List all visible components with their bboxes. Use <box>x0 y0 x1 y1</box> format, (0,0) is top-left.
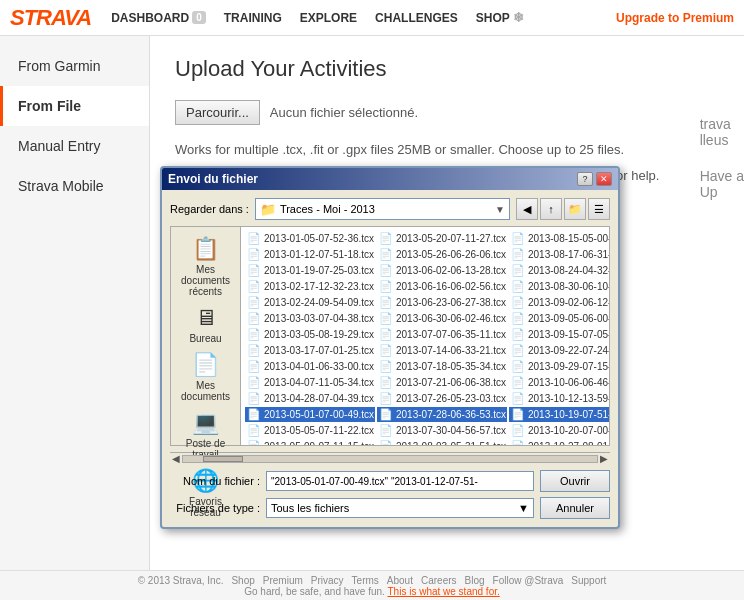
file-entry[interactable]: 📄2013-08-03-05-31-51.tcx <box>377 439 507 445</box>
file-entry[interactable]: 📄2013-05-05-07-11-22.tcx <box>245 423 375 438</box>
file-entry[interactable]: 📄2013-05-26-06-26-06.tcx <box>377 247 507 262</box>
open-button[interactable]: Ouvrir <box>540 470 610 492</box>
file-entry[interactable]: 📄2013-03-17-07-01-25.tcx <box>245 343 375 358</box>
file-entry[interactable]: 📄2013-06-02-06-13-28.tcx <box>377 263 507 278</box>
file-entry[interactable]: 📄2013-09-02-06-12-19.tcx <box>509 295 609 310</box>
file-entry[interactable]: 📄2013-03-05-08-19-29.tcx <box>245 327 375 342</box>
file-entry[interactable]: 📄2013-10-27-08-01-47.tcx <box>509 439 609 445</box>
dialog-help-button[interactable]: ? <box>577 172 593 186</box>
file-entry[interactable]: 📄2013-07-18-05-35-34.tcx <box>377 359 507 374</box>
file-entry[interactable]: 📄2013-04-28-07-04-39.tcx <box>245 391 375 406</box>
file-entry[interactable]: 📄2013-09-29-07-15-01.tcx <box>509 359 609 374</box>
file-entry[interactable]: 📄2013-07-07-06-35-11.tcx <box>377 327 507 342</box>
sidebar-item-strava-mobile[interactable]: Strava Mobile <box>0 166 149 206</box>
file-entry[interactable]: 📄2013-10-20-07-00-27.tcx <box>509 423 609 438</box>
file-entry[interactable]: 📄2013-03-03-07-04-38.tcx <box>245 311 375 326</box>
desktop-item[interactable]: 🖥 Bureau <box>176 302 236 347</box>
filename-input[interactable]: "2013-05-01-07-00-49.tcx" "2013-01-12-07… <box>266 471 534 491</box>
file-icon: 📄 <box>511 344 525 357</box>
file-entry[interactable]: 📄2013-07-14-06-33-21.tcx <box>377 343 507 358</box>
file-entry[interactable]: 📄2013-01-19-07-25-03.tcx <box>245 263 375 278</box>
file-entry[interactable]: 📄2013-07-21-06-06-38.tcx <box>377 375 507 390</box>
file-icon: 📄 <box>379 344 393 357</box>
file-col-1: 📄2013-01-05-07-52-36.tcx📄2013-01-12-07-5… <box>245 231 375 441</box>
sidebar-item-manual-entry[interactable]: Manual Entry <box>0 126 149 166</box>
top-navigation: STRAVA DASHBOARD 0 TRAINING EXPLORE CHAL… <box>0 0 744 36</box>
nav-dashboard[interactable]: DASHBOARD 0 <box>111 11 206 25</box>
footer-link[interactable]: Privacy <box>311 575 344 586</box>
file-entry[interactable]: 📄2013-10-12-13-59-07.tcx <box>509 391 609 406</box>
cancel-button[interactable]: Annuler <box>540 497 610 519</box>
footer-tagline: Go hard, be safe, and have fun. This is … <box>244 586 500 597</box>
nav-up-button[interactable]: ↑ <box>540 198 562 220</box>
recent-docs-icon: 📋 <box>192 236 219 262</box>
file-entry[interactable]: 📄2013-07-26-05-23-03.tcx <box>377 391 507 406</box>
file-entry[interactable]: 📄2013-06-23-06-27-38.tcx <box>377 295 507 310</box>
footer-link[interactable]: Shop <box>231 575 254 586</box>
view-button[interactable]: ☰ <box>588 198 610 220</box>
browse-button[interactable]: Parcourir... <box>175 100 260 125</box>
nav-back-button[interactable]: ◀ <box>516 198 538 220</box>
nav-training[interactable]: TRAINING <box>224 11 282 25</box>
footer-link[interactable]: Follow @Strava <box>493 575 564 586</box>
file-entry[interactable]: 📄2013-04-07-11-05-34.tcx <box>245 375 375 390</box>
file-entry[interactable]: 📄2013-08-17-06-31-27.tcx <box>509 247 609 262</box>
dialog-toolbar-buttons: ◀ ↑ 📁 ☰ <box>516 198 610 220</box>
my-docs-item[interactable]: 📄 Mes documents <box>176 349 236 405</box>
file-entry[interactable]: 📄2013-02-24-09-54-09.tcx <box>245 295 375 310</box>
new-folder-button[interactable]: 📁 <box>564 198 586 220</box>
sidebar-item-from-file[interactable]: From File <box>0 86 149 126</box>
file-entry[interactable]: 📄2013-07-28-06-36-53.tcx <box>377 407 507 422</box>
sidebar-item-from-garmin[interactable]: From Garmin <box>0 46 149 86</box>
filetype-row: Fichiers de type : Tous les fichiers ▼ A… <box>170 497 610 519</box>
footer-link[interactable]: Premium <box>263 575 303 586</box>
footer-link[interactable]: Support <box>571 575 606 586</box>
file-entry[interactable]: 📄2013-08-24-04-32-53.tcx <box>509 263 609 278</box>
page-title: Upload Your Activities <box>175 56 719 82</box>
file-entry[interactable]: 📄2013-01-05-07-52-36.tcx <box>245 231 375 246</box>
file-col-2: 📄2013-05-20-07-11-27.tcx📄2013-05-26-06-2… <box>377 231 507 441</box>
file-entry[interactable]: 📄2013-05-09-07-11-15.tcx <box>245 439 375 445</box>
file-entry[interactable]: 📄2013-09-22-07-24-32.tcx <box>509 343 609 358</box>
recent-docs-item[interactable]: 📋 Mes documents récents <box>176 233 236 300</box>
file-entry[interactable]: 📄2013-06-16-06-02-56.tcx <box>377 279 507 294</box>
footer-copyright: © 2013 Strava, Inc. <box>138 575 224 586</box>
file-icon: 📄 <box>379 280 393 293</box>
filetype-label: Fichiers de type : <box>170 502 260 514</box>
file-entry[interactable]: 📄2013-01-12-07-51-18.tcx <box>245 247 375 262</box>
look-in-combo[interactable]: 📁 Traces - Moi - 2013 ▼ <box>255 198 510 220</box>
nav-explore[interactable]: EXPLORE <box>300 11 357 25</box>
file-entry[interactable]: 📄2013-10-06-06-46-23.tcx <box>509 375 609 390</box>
file-entry[interactable]: 📄2013-02-17-12-32-23.tcx <box>245 279 375 294</box>
file-entry[interactable]: 📄2013-05-20-07-11-27.tcx <box>377 231 507 246</box>
horizontal-scrollbar[interactable]: ◀ ▶ <box>170 452 610 464</box>
file-entry[interactable]: 📄2013-09-05-06-00-06.tcx <box>509 311 609 326</box>
footer-link[interactable]: Blog <box>465 575 485 586</box>
nav-shop[interactable]: SHOP ❄ <box>476 10 524 25</box>
footer-link[interactable]: About <box>387 575 413 586</box>
filetype-combo[interactable]: Tous les fichiers ▼ <box>266 498 534 518</box>
upload-info-1: Works for multiple .tcx, .fit or .gpx fi… <box>175 140 719 160</box>
file-entry[interactable]: 📄2013-09-15-07-05-37.tcx <box>509 327 609 342</box>
file-icon: 📄 <box>379 232 393 245</box>
file-entry[interactable]: 📄2013-05-01-07-00-49.tcx <box>245 407 375 422</box>
file-icon: 📄 <box>247 344 261 357</box>
desktop-icon: 🖥 <box>195 305 217 331</box>
strava-logo[interactable]: STRAVA <box>10 5 91 31</box>
tagline-link[interactable]: This is what we stand for. <box>387 586 499 597</box>
footer-link[interactable]: Terms <box>352 575 379 586</box>
file-entry[interactable]: 📄2013-08-15-05-00-16.tcx <box>509 231 609 246</box>
file-entry[interactable]: 📄2013-04-01-06-33-00.tcx <box>245 359 375 374</box>
file-entry[interactable]: 📄2013-07-30-04-56-57.tcx <box>377 423 507 438</box>
scroll-thumb[interactable] <box>203 456 243 462</box>
file-icon: 📄 <box>511 248 525 261</box>
scroll-track <box>182 455 598 463</box>
file-entry[interactable]: 📄2013-06-30-06-02-46.tcx <box>377 311 507 326</box>
upgrade-link[interactable]: Upgrade to Premium <box>616 11 734 25</box>
snowflake-icon: ❄ <box>513 10 524 25</box>
file-entry[interactable]: 📄2013-10-19-07-51-50.tcx <box>509 407 609 422</box>
dialog-close-button[interactable]: ✕ <box>596 172 612 186</box>
footer-link[interactable]: Careers <box>421 575 457 586</box>
nav-challenges[interactable]: CHALLENGES <box>375 11 458 25</box>
file-entry[interactable]: 📄2013-08-30-06-10-57.tcx <box>509 279 609 294</box>
